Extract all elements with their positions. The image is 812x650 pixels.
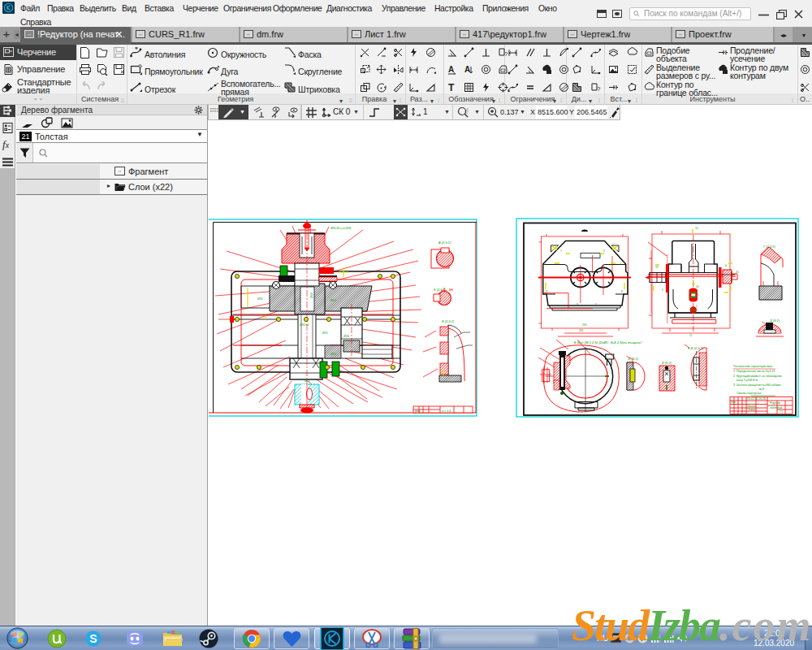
svg-text:Ø45 k6 (+0.018): Ø45 k6 (+0.018): [330, 227, 351, 230]
svg-text:11: 11: [689, 334, 693, 337]
svg-text:14: 14: [695, 227, 698, 230]
svg-text:Б Вид (М 1:2.5) (2х45°, Б-Б: Б Вид (М 1:2.5) (2х45°, Б-Б 2.5)на тощин…: [574, 340, 642, 344]
svg-text:и=3: и=3: [759, 388, 764, 391]
svg-text:М8: М8: [449, 288, 453, 292]
svg-text:Ø30 k6: Ø30 k6: [300, 323, 309, 327]
svg-text:Ø20: Ø20: [330, 353, 336, 356]
svg-text:Петров: Петров: [747, 408, 755, 411]
svg-text:9: 9: [603, 249, 605, 253]
svg-text:Изм: Изм: [731, 401, 736, 404]
svg-text:25: 25: [736, 271, 739, 274]
svg-text:19: 19: [655, 266, 659, 269]
svg-text:ПК 417.01.00 СБ: ПК 417.01.00 СБ: [747, 397, 766, 401]
svg-text:Ø25: Ø25: [322, 332, 328, 335]
svg-text:червячный: червячный: [770, 406, 782, 410]
svg-text:4: 4: [620, 262, 621, 266]
svg-text:S: S: [89, 632, 97, 645]
svg-text:3. Частота вращения n=960 об/м: 3. Частота вращения n=960 об/мин: [733, 384, 781, 387]
svg-text:22: 22: [545, 290, 548, 293]
svg-text:Ø28: Ø28: [343, 335, 349, 338]
svg-text:1:2: 1:2: [780, 410, 784, 414]
svg-text:валу Т=258 Н·м: валу Т=258 Н·м: [736, 379, 758, 382]
svg-text:8: 8: [621, 290, 623, 293]
svg-text:255: 255: [579, 329, 584, 332]
svg-text:3: 3: [595, 303, 597, 306]
svg-text:2. Крутящий момент на тихоходн: 2. Крутящий момент на тихоходном: [733, 375, 782, 378]
svg-text:Редуктор: Редуктор: [770, 401, 780, 405]
svg-text:12: 12: [542, 262, 546, 266]
svg-text:А (2,5:1): А (2,5:1): [438, 240, 451, 245]
svg-text:7: 7: [560, 249, 562, 253]
svg-text:205: 205: [582, 323, 587, 327]
svg-text:1. Передаточное число U=3,15: 1. Передаточное число U=3,15: [733, 370, 775, 373]
svg-text:к-т 1:4: к-т 1:4: [442, 409, 451, 413]
svg-text:Технические характеристики: Технические характеристики: [733, 365, 772, 368]
svg-text:24: 24: [696, 285, 699, 288]
svg-text:Ø35: Ø35: [257, 297, 263, 301]
svg-text:М12: М12: [304, 379, 310, 383]
svg-text:Е-Е (2,5:1): Е-Е (2,5:1): [688, 346, 704, 350]
svg-text:16: 16: [576, 303, 579, 306]
svg-text:A: A: [448, 65, 454, 74]
svg-text:ред: ред: [415, 409, 421, 413]
svg-text:Т: Т: [448, 82, 455, 93]
svg-text:2: 2: [696, 305, 698, 308]
svg-text:Д (5:1): Д (5:1): [769, 318, 780, 323]
svg-text:6: 6: [725, 264, 727, 267]
svg-text:В (2,5:1): В (2,5:1): [442, 319, 455, 323]
svg-text:?: ?: [597, 85, 601, 93]
svg-text:А: А: [464, 65, 470, 74]
svg-text:Ø52: Ø52: [330, 299, 336, 302]
svg-text:Ø40: Ø40: [310, 292, 313, 298]
svg-text:Смазка картерная: Смазка картерная: [736, 392, 761, 395]
svg-text:И (5:1): И (5:1): [662, 361, 672, 365]
svg-text:5: 5: [662, 288, 663, 292]
